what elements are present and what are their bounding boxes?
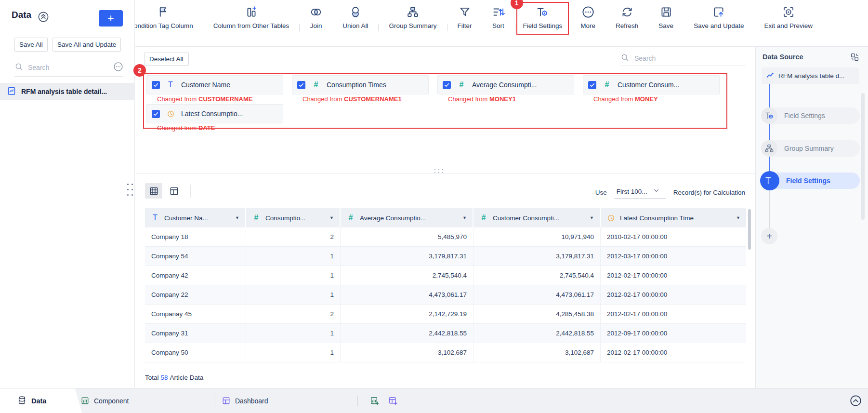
toolbar-item-label: Refresh xyxy=(616,22,638,29)
column-header-customer-na[interactable]: TCustomer Na...▼ xyxy=(145,208,246,227)
tab-dashboard[interactable]: Dashboard xyxy=(222,388,268,413)
column-header-customer-consumpti[interactable]: #Customer Consumpti...▼ xyxy=(473,208,601,227)
text-type-icon: T xyxy=(166,80,175,89)
toolbar-item-field-settings[interactable]: 1Field Settings xyxy=(516,2,569,35)
field-chip[interactable]: #Average Consumpti... xyxy=(437,75,574,94)
filter-icon xyxy=(459,5,471,18)
toolbar-item-column-from-other-tables[interactable]: Column from Other Tables xyxy=(203,5,299,29)
changed-from-prefix: Changed from xyxy=(593,95,635,103)
toolbar-item-save[interactable]: Save xyxy=(648,5,684,29)
toolbar-item-join[interactable]: Join xyxy=(300,5,332,29)
chevron-up-circle-icon[interactable] xyxy=(850,395,862,409)
checkbox-checked[interactable] xyxy=(152,81,160,89)
pipeline-step-field-settings-active[interactable]: Field Settings xyxy=(761,173,860,189)
record-limit-dropdown[interactable]: First 100... xyxy=(614,186,666,199)
toolbar-item-more[interactable]: More xyxy=(570,5,605,29)
original-field-code: CUSTOMERNAME1 xyxy=(344,95,402,103)
horizontal-splitter-handle[interactable] xyxy=(434,169,443,173)
table-header-row: TCustomer Na...▼#Consumptio...▼#Average … xyxy=(145,208,746,227)
field-chip[interactable]: #Consumption Times xyxy=(292,75,429,94)
data-preview-panel: Use First 100... Record(s) for Calculati… xyxy=(135,173,755,388)
field-settings-panel: Deselect All 2 TCustomer NameChanged fro… xyxy=(135,47,755,173)
pipeline-step-field-settings[interactable]: Field Settings xyxy=(761,107,860,124)
field-name: Customer Name xyxy=(181,81,230,89)
table-cell: 1 xyxy=(246,266,341,285)
tab-label: Dashboard xyxy=(235,397,268,405)
add-dataset-button[interactable]: + xyxy=(99,10,123,27)
more-options-icon[interactable] xyxy=(113,62,123,74)
tab-data[interactable]: Data xyxy=(0,388,72,413)
column-filter-caret[interactable]: ▼ xyxy=(329,215,334,220)
table-cell: 2,442,818.55 xyxy=(473,324,601,343)
deselect-all-button[interactable]: Deselect All xyxy=(144,53,189,66)
toolbar-item-exit-and-preview[interactable]: Exit and Preview xyxy=(754,5,823,29)
fields-search-input[interactable] xyxy=(634,54,726,62)
column-filter-caret[interactable]: ▼ xyxy=(462,215,467,220)
panel-view-toggle[interactable] xyxy=(165,183,183,199)
date-type-icon xyxy=(606,214,615,222)
checkbox-checked[interactable] xyxy=(443,81,451,89)
column-header-average-consumptio[interactable]: #Average Consumptio...▼ xyxy=(341,208,473,227)
table-scrollbar[interactable] xyxy=(748,209,751,250)
collapse-panel-icon[interactable] xyxy=(38,11,49,25)
sidebar-item-dataset[interactable]: RFM analysis table detail... xyxy=(0,83,135,100)
sidebar-search-input[interactable] xyxy=(28,64,95,71)
field-chip[interactable]: #Customer Consum... xyxy=(583,75,720,94)
save-all-and-update-button[interactable]: Save All and Update xyxy=(53,38,121,52)
column-header-latest-consumption-time[interactable]: Latest Consumption Time▼ xyxy=(601,208,746,227)
toolbar-item-sort[interactable]: Sort xyxy=(482,5,515,29)
toolbar-item-save-and-update[interactable]: Save and Update xyxy=(684,5,754,29)
component-add-icon[interactable] xyxy=(370,396,380,408)
table-cell: 2012-02-17 00:00:00 xyxy=(601,343,746,362)
field-chip[interactable]: Latest Consumptio... xyxy=(146,104,283,123)
field-name: Average Consumpti... xyxy=(472,81,537,89)
pipeline-connector xyxy=(769,83,770,175)
changed-from-note: Changed from MONEY1 xyxy=(437,95,574,103)
grid-view-toggle[interactable] xyxy=(145,183,162,199)
step-2-badge: 2 xyxy=(133,64,146,77)
toolbar-item-group-summary[interactable]: Group Summary xyxy=(379,5,447,29)
toolbar-item-ondition-tag-column[interactable]: ondition Tag Column xyxy=(135,5,203,29)
data-table: TCustomer Na...▼#Consumptio...▼#Average … xyxy=(145,208,746,362)
chevron-down-icon xyxy=(653,187,660,196)
field-settings-icon xyxy=(761,107,777,124)
field-chip[interactable]: TCustomer Name xyxy=(146,75,283,94)
table-cell: 2 xyxy=(246,227,341,246)
pipeline-source-node[interactable]: RFM analysis table d... xyxy=(762,67,859,84)
number-type-icon: # xyxy=(603,80,611,89)
date-type-icon xyxy=(166,110,175,118)
table-cell: 1 xyxy=(246,324,341,343)
field-settings-icon xyxy=(760,171,779,190)
changed-from-note: Changed from CUSTOMERNAME xyxy=(146,95,283,103)
field-chip-consumption-times: #Consumption TimesChanged from CUSTOMERN… xyxy=(292,75,429,103)
divider xyxy=(357,396,358,406)
toolbar-item-refresh[interactable]: Refresh xyxy=(605,5,648,29)
table-cell: 10,971,940 xyxy=(473,227,601,246)
column-filter-caret[interactable]: ▼ xyxy=(590,215,594,220)
checkbox-checked[interactable] xyxy=(152,110,160,118)
add-step-button[interactable]: + xyxy=(761,228,777,244)
checkbox-checked[interactable] xyxy=(297,81,305,89)
table-cell: 2012-02-17 00:00:00 xyxy=(601,266,746,285)
tab-component[interactable]: Component xyxy=(80,388,129,413)
changed-from-prefix: Changed from xyxy=(157,95,198,103)
column-header-consumptio[interactable]: #Consumptio...▼ xyxy=(246,208,341,227)
panel-drag-handle[interactable] xyxy=(127,184,133,196)
table-cell: Company 42 xyxy=(145,266,246,285)
toolbar-item-union-all[interactable]: Union All xyxy=(332,5,378,29)
field-chip-customer-consum: #Customer Consum...Changed from MONEY xyxy=(583,75,720,103)
use-label: Use xyxy=(595,189,607,196)
checkbox-checked[interactable] xyxy=(588,81,596,89)
changed-from-note: Changed from DATE xyxy=(146,124,283,132)
panel-scrollbar[interactable] xyxy=(861,93,865,220)
column-filter-caret[interactable]: ▼ xyxy=(235,215,239,220)
table-row: Company 2214,473,061.174,473,061.172012-… xyxy=(145,285,746,305)
column-filter-caret[interactable]: ▼ xyxy=(736,215,740,220)
save-all-button[interactable]: Save All xyxy=(14,38,48,52)
pipeline-step-group-summary[interactable]: Group Summary xyxy=(761,140,860,157)
dashboard-add-icon[interactable] xyxy=(388,396,398,408)
join-icon xyxy=(310,5,322,18)
toolbar-item-label: Group Summary xyxy=(389,22,436,29)
toolbar-item-filter[interactable]: Filter xyxy=(447,5,482,29)
layout-swap-icon[interactable] xyxy=(850,53,859,64)
